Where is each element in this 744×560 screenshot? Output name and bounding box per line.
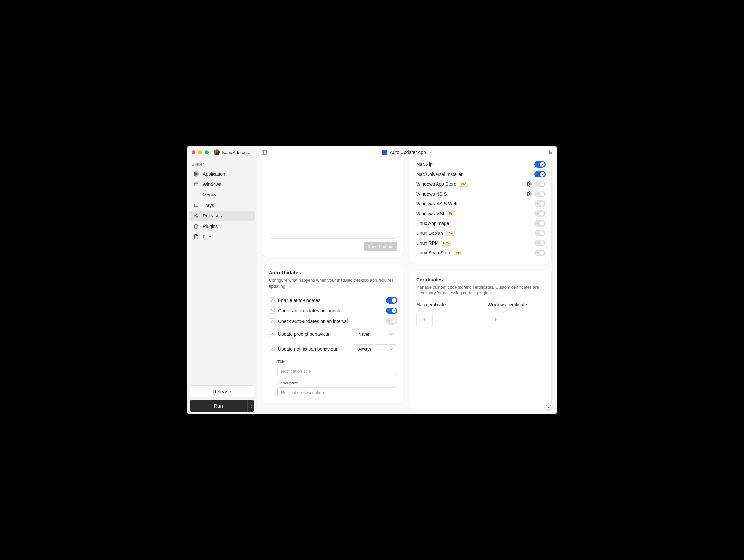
sidebar-toggle-icon[interactable] [261,149,267,155]
target-row: Windows App StorePro [416,179,546,189]
sidebar-item-application[interactable]: Application [189,169,255,179]
titlebar-sidebar: Isaac Aderog... [187,149,257,159]
target-row: Windows NSIS Web [416,199,546,209]
svg-point-23 [550,153,551,154]
share-icon [193,213,199,218]
notification-desc-input[interactable] [277,387,397,397]
target-toggle[interactable] [534,210,546,217]
sidebar-item-menus[interactable]: Menus [189,190,255,200]
prompt-behaviour-row: ? Update prompt behaviour Never [269,327,397,342]
target-toggle[interactable] [534,240,546,246]
auto-updates-title: Auto-Updates [269,270,397,275]
check-interval-toggle[interactable] [386,318,397,325]
add-mac-cert-button[interactable]: + [416,311,433,328]
target-row: Mac Universal Installer✓ [416,169,546,179]
sidebar-item-plugins[interactable]: Plugins [189,221,255,231]
sidebar-item-label: Plugins [203,224,218,229]
notification-title-input[interactable] [277,366,397,376]
app-title-dropdown[interactable]: Auto Updater App [382,150,433,155]
sidebar-item-releases[interactable]: Releases [189,211,255,221]
sidebar-footer: Release Run [187,383,257,414]
help-icon[interactable]: ? [269,318,275,324]
maximize-window-icon[interactable] [204,150,209,154]
pro-badge: Pro [441,241,451,246]
target-toggle[interactable] [534,200,546,207]
target-name: Windows App Store [416,181,456,187]
target-name: Linux AppImage [416,221,449,226]
prompt-behaviour-select[interactable]: Never [355,329,397,339]
auto-updates-card: Auto-Updates Configure what happens when… [263,264,403,404]
titlebar-main: Auto Updater App [257,146,557,159]
target-toggle[interactable] [534,191,546,197]
svg-point-21 [549,150,550,151]
pro-badge: Pro [447,211,456,216]
target-toggle[interactable] [534,181,546,187]
target-row: Mac Zip✓ [416,159,546,169]
window-controls [192,150,209,154]
notification-desc-group: Description [269,380,397,397]
enable-auto-updates-label: Enable auto-updates [278,298,383,303]
win-cert-col: Windows certificate + [488,302,546,328]
help-icon[interactable]: ? [269,297,275,303]
target-toggle[interactable]: ✓ [534,161,546,168]
enable-auto-updates-toggle[interactable]: ✓ [386,297,397,304]
gear-icon[interactable] [527,181,532,187]
notif-value: Always [358,347,372,352]
gear-icon[interactable] [527,191,532,196]
sidebar-item-label: Menus [203,192,217,197]
prompt-value: Never [358,332,370,337]
layers-icon [193,224,199,229]
sidebar-item-label: Releases [203,213,222,218]
info-button[interactable] [545,402,552,410]
run-menu-button[interactable] [247,400,254,412]
sidebar-item-label: Windows [203,182,221,187]
sidebar-item-files[interactable]: Files [189,232,255,242]
notification-title-group: Title [269,359,397,376]
release-button[interactable]: Release [190,385,254,397]
check-interval-label: Check auto-updates on an interval [278,319,383,324]
main-content: Auto Updater App Save Domain Auto-Update… [257,146,557,414]
toolbar-settings-icon[interactable] [548,150,553,155]
avatar [214,149,220,155]
minimize-window-icon[interactable] [198,150,202,154]
add-win-cert-button[interactable]: + [488,311,504,328]
sidebar-item-label: Files [203,234,213,239]
app-icon [382,150,387,155]
menu-icon [193,192,199,197]
svg-point-9 [197,217,198,218]
sidebar-section-title: Builder [187,159,257,169]
mac-cert-label: Mac certificate [416,302,475,307]
sidebar-item-trays[interactable]: Trays [189,200,255,210]
tray-icon [193,203,199,208]
help-icon[interactable]: ? [269,331,275,337]
app-window: Isaac Aderog... Builder Application Wind… [187,146,557,414]
sidebar-item-windows[interactable]: Windows [189,180,255,189]
target-toggle[interactable] [534,230,546,236]
target-name: Mac Universal Installer [416,172,463,177]
svg-point-15 [251,407,252,408]
certificates-desc: Manage custom code signing certificates.… [416,284,546,296]
target-toggle[interactable] [534,220,546,227]
svg-point-13 [251,404,252,405]
enable-auto-updates-row: ? Enable auto-updates ✓ [269,295,397,305]
app-title-label: Auto Updater App [390,150,426,155]
target-row: Windows MSIPro [416,209,546,218]
save-domain-button[interactable]: Save Domain [364,242,397,251]
mac-cert-col: Mac certificate + [416,302,475,328]
win-cert-label: Windows certificate [488,302,546,307]
dots-vertical-icon [251,404,252,408]
notification-desc-label: Description [277,380,397,385]
target-name: Mac Zip [416,162,433,167]
build-targets-card: Mac Zip✓Mac Universal Installer✓Windows … [410,159,552,264]
run-button[interactable]: Run [190,400,247,412]
close-window-icon[interactable] [192,150,195,154]
check-launch-toggle[interactable]: ✓ [386,307,397,314]
domain-input-area[interactable] [269,165,397,239]
help-icon[interactable]: ? [269,308,275,314]
notif-behaviour-select[interactable]: Always [355,344,397,354]
chevron-down-icon [429,150,433,154]
help-icon[interactable]: ? [269,346,275,352]
target-toggle[interactable] [534,250,546,256]
target-toggle[interactable]: ✓ [534,171,546,178]
target-name: Windows NSIS [416,191,447,196]
